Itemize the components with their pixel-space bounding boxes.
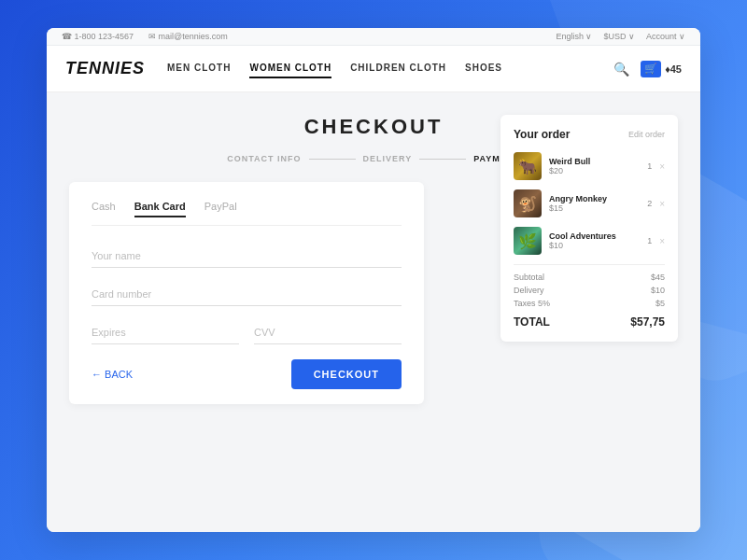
order-item-2: 🐒 Angry Monkey $15 2 × — [514, 189, 665, 217]
item-name-monkey: Angry Monkey — [549, 194, 640, 203]
form-actions: ← BACK CHECKOUT — [92, 359, 402, 389]
item-price-bull: $20 — [549, 166, 640, 175]
remove-item-monkey[interactable]: × — [659, 199, 665, 209]
item-info-bull: Weird Bull $20 — [549, 157, 640, 175]
main-card: ☎ 1-800 123-4567 ✉ mail@tennies.com Engl… — [47, 28, 700, 532]
top-bar-right: English ∨ $USD ∨ Account ∨ — [556, 32, 685, 41]
payment-form: Cash Bank Card PayPal ← BACK — [69, 182, 424, 404]
back-button[interactable]: ← BACK — [92, 369, 133, 380]
name-field — [92, 245, 402, 268]
tab-cash[interactable]: Cash — [92, 201, 116, 217]
item-qty-monkey: 2 — [647, 199, 652, 208]
item-info-adventures: Cool Adventures $10 — [549, 231, 640, 250]
cart-button[interactable]: ♦45 — [641, 61, 682, 77]
card-field — [92, 283, 402, 306]
cart-icon — [641, 61, 661, 77]
nav-shoes[interactable]: SHOES — [465, 59, 502, 78]
total-value: $57,75 — [630, 315, 665, 329]
account-menu[interactable]: Account ∨ — [646, 32, 685, 41]
order-item-1: 🐂 Weird Bull $20 1 × — [514, 152, 665, 180]
nav-women-cloth[interactable]: WOMEN CLOTH — [249, 59, 331, 78]
search-icon[interactable]: 🔍 — [613, 62, 629, 77]
top-bar: ☎ 1-800 123-4567 ✉ mail@tennies.com Engl… — [47, 28, 700, 46]
tab-bank-card[interactable]: Bank Card — [134, 201, 186, 217]
step-line-1 — [309, 159, 356, 160]
checkout-button[interactable]: CHECKOUT — [291, 359, 402, 389]
taxes-value: $5 — [655, 299, 665, 308]
nav-right: 🔍 ♦45 — [613, 61, 682, 77]
item-price-adventures: $10 — [549, 241, 640, 250]
content-area: CHECKOUT CONTACT INFO DELIVERY PAYMENT C… — [47, 92, 700, 532]
item-image-bull: 🐂 — [514, 152, 542, 180]
total-label: TOTAL — [514, 315, 550, 329]
item-image-adventures: 🌿 — [514, 227, 542, 255]
item-qty-adventures: 1 — [647, 236, 652, 245]
nav-links: MEN CLOTH WOMEN CLOTH CHILDREN CLOTH SHO… — [167, 59, 613, 78]
cvv-field — [254, 321, 402, 344]
phone-number: ☎ 1-800 123-4567 — [62, 32, 134, 41]
item-qty-bull: 1 — [647, 161, 652, 171]
card-extra-row — [92, 321, 402, 344]
top-bar-left: ☎ 1-800 123-4567 ✉ mail@tennies.com — [62, 32, 228, 41]
tab-paypal[interactable]: PayPal — [204, 201, 237, 217]
item-name-bull: Weird Bull — [549, 157, 640, 166]
cart-count: ♦45 — [665, 63, 682, 75]
expires-input[interactable] — [92, 321, 239, 344]
language-selector[interactable]: English ∨ — [556, 32, 592, 41]
remove-item-adventures[interactable]: × — [659, 236, 665, 246]
currency-selector[interactable]: $USD ∨ — [603, 32, 635, 41]
email-address: ✉ mail@tennies.com — [148, 32, 228, 41]
name-input[interactable] — [92, 245, 402, 268]
card-number-input[interactable] — [92, 283, 402, 306]
item-name-adventures: Cool Adventures — [549, 231, 640, 241]
nav-children-cloth[interactable]: CHILDREN CLOTH — [350, 59, 446, 78]
order-header: Your order Edit order — [514, 128, 665, 141]
order-item-3: 🌿 Cool Adventures $10 1 × — [514, 227, 665, 255]
subtotal-line: Subtotal $45 — [514, 273, 665, 282]
taxes-line: Taxes 5% $5 — [514, 299, 665, 308]
edit-order-link[interactable]: Edit order — [628, 130, 665, 139]
expires-field — [92, 321, 239, 344]
order-divider — [514, 264, 665, 265]
item-info-monkey: Angry Monkey $15 — [549, 194, 640, 213]
remove-item-bull[interactable]: × — [659, 161, 665, 172]
taxes-label: Taxes 5% — [514, 299, 550, 308]
payment-tabs: Cash Bank Card PayPal — [92, 201, 402, 226]
item-price-monkey: $15 — [549, 203, 640, 213]
total-line: TOTAL $57,75 — [514, 315, 665, 329]
brand-logo[interactable]: TENNIES — [65, 59, 145, 78]
step-contact: CONTACT INFO — [227, 154, 301, 163]
delivery-value: $10 — [651, 286, 665, 295]
delivery-line: Delivery $10 — [514, 286, 665, 295]
delivery-label: Delivery — [514, 286, 544, 295]
order-summary: Your order Edit order 🐂 Weird Bull $20 1… — [500, 115, 678, 342]
nav-men-cloth[interactable]: MEN CLOTH — [167, 59, 231, 78]
subtotal-value: $45 — [651, 273, 665, 282]
cvv-input[interactable] — [254, 321, 402, 344]
item-image-monkey: 🐒 — [514, 189, 542, 217]
step-line-2 — [419, 159, 466, 160]
subtotal-label: Subtotal — [514, 273, 544, 282]
step-delivery: DELIVERY — [363, 154, 413, 163]
navbar: TENNIES MEN CLOTH WOMEN CLOTH CHILDREN C… — [47, 46, 700, 92]
order-title: Your order — [514, 128, 570, 141]
